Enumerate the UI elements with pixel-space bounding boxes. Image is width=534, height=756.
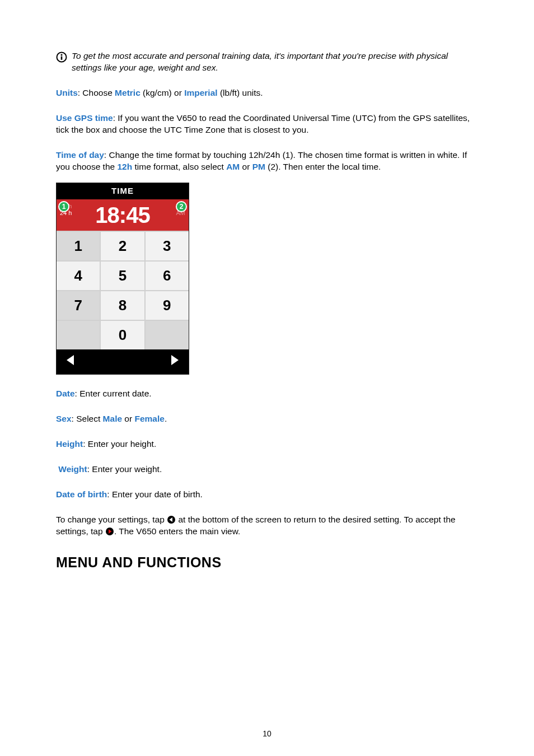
- dob-paragraph: Date of birth: Enter your date of birth.: [56, 489, 478, 501]
- units-label: Units: [56, 88, 78, 97]
- height-paragraph: Height: Enter your height.: [56, 438, 478, 450]
- device-time-row: 1 12 h 24 h 18:45 PM AM 2: [57, 199, 189, 231]
- keypad-empty: [57, 320, 101, 349]
- menu-and-functions-heading: MENU AND FUNCTIONS: [56, 553, 478, 572]
- sex-paragraph: Sex: Select Male or Female.: [56, 413, 478, 425]
- height-text: : Enter your height.: [83, 439, 156, 449]
- sex-female: Female: [134, 414, 164, 423]
- keypad-key[interactable]: 6: [146, 260, 189, 290]
- keypad-key[interactable]: 3: [146, 231, 189, 260]
- change-settings-paragraph: To change your settings, tap at the bott…: [56, 514, 478, 538]
- device-keypad: 1 2 3 4 5 6 7 8 9 0: [57, 231, 189, 349]
- nav-forward-icon[interactable]: [170, 354, 180, 370]
- gps-paragraph: Use GPS time: If you want the V650 to re…: [56, 113, 478, 136]
- dob-label: Date of birth: [56, 489, 107, 499]
- keypad-key[interactable]: 9: [146, 290, 189, 320]
- date-text: : Enter current date.: [75, 389, 152, 398]
- date-paragraph: Date: Enter current date.: [56, 388, 478, 400]
- gps-text: : If you want the V650 to read the Coord…: [56, 113, 470, 134]
- weight-text: : Enter your weight.: [87, 464, 162, 474]
- device-nav-bar: [57, 349, 189, 374]
- units-imperial: Imperial: [184, 88, 217, 97]
- timeofday-am: AM: [226, 162, 240, 171]
- keypad-empty: [146, 320, 189, 349]
- sex-label: Sex: [56, 414, 72, 423]
- sex-or: or: [122, 414, 134, 423]
- svg-marker-4: [171, 355, 179, 365]
- gps-label: Use GPS time: [56, 113, 113, 123]
- timeofday-label: Time of day: [56, 150, 104, 160]
- page-root: To get the most accurate and personal tr…: [0, 0, 534, 756]
- sex-male: Male: [103, 414, 122, 423]
- units-text2: (kg/cm) or: [140, 88, 184, 97]
- date-label: Date: [56, 389, 75, 398]
- callout-marker-1: 1: [58, 201, 69, 212]
- callout-marker-2: 2: [176, 201, 187, 212]
- timeofday-12h: 12h: [117, 162, 132, 171]
- height-label: Height: [56, 439, 83, 449]
- page-number: 10: [0, 729, 534, 739]
- timeofday-pm: PM: [252, 162, 265, 171]
- units-text1: : Choose: [78, 88, 115, 97]
- change-settings-text1: To change your settings, tap: [56, 515, 167, 524]
- svg-rect-2: [61, 57, 63, 60]
- keypad-key[interactable]: 7: [57, 290, 101, 320]
- nav-back-icon[interactable]: [65, 354, 76, 370]
- device-time-screenshot: TIME 1 12 h 24 h 18:45 PM AM 2 1 2 3 4 5: [56, 183, 189, 375]
- weight-paragraph: Weight: Enter your weight.: [56, 464, 478, 475]
- change-settings-text3: . The V650 enters the main view.: [114, 526, 240, 536]
- sex-period: .: [165, 414, 167, 423]
- timeofday-text2: time format, also select: [132, 162, 226, 171]
- info-note-text: To get the most accurate and personal tr…: [72, 50, 478, 74]
- sex-text1: : Select: [72, 414, 103, 423]
- units-metric: Metric: [115, 88, 140, 97]
- svg-marker-3: [67, 355, 74, 365]
- back-arrow-icon: [167, 515, 176, 524]
- timeofday-text3: (2). Then enter the local time.: [265, 162, 381, 171]
- units-paragraph: Units: Choose Metric (kg/cm) or Imperial…: [56, 87, 478, 99]
- forward-arrow-icon: [105, 527, 114, 536]
- keypad-key[interactable]: 2: [101, 231, 145, 260]
- timeofday-paragraph: Time of day: Change the time format by t…: [56, 150, 478, 173]
- info-icon: [56, 52, 67, 63]
- dob-text: : Enter your date of birth.: [107, 489, 203, 499]
- svg-point-1: [60, 54, 62, 55]
- device-time-value[interactable]: 18:45: [95, 200, 149, 230]
- weight-label: Weight: [58, 464, 87, 474]
- keypad-key[interactable]: 4: [57, 260, 101, 290]
- keypad-key[interactable]: 5: [101, 260, 145, 290]
- keypad-key[interactable]: 1: [57, 231, 101, 260]
- device-title: TIME: [57, 183, 189, 199]
- keypad-key[interactable]: 0: [101, 320, 145, 349]
- keypad-key[interactable]: 8: [101, 290, 145, 320]
- info-note-row: To get the most accurate and personal tr…: [56, 50, 478, 74]
- timeofday-or: or: [240, 162, 252, 171]
- units-text3: (lb/ft) units.: [218, 88, 263, 97]
